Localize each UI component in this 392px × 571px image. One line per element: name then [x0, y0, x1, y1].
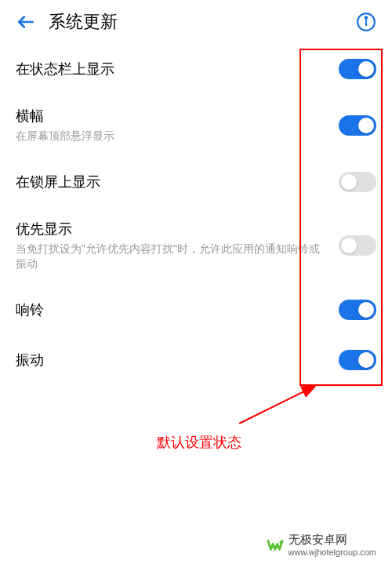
toggle-ring[interactable] — [339, 300, 376, 320]
annotation-default-state: 默认设置状态 — [157, 433, 241, 452]
watermark: 无极安卓网 www.wjhotelgroup.com — [267, 533, 377, 557]
svg-point-3 — [365, 16, 368, 19]
toggle-vibrate[interactable] — [339, 350, 376, 370]
svg-point-6 — [279, 540, 282, 544]
setting-label: 在锁屏上显示 — [16, 173, 323, 191]
watermark-logo-icon — [267, 536, 284, 554]
setting-label: 振动 — [16, 351, 323, 369]
header: 系统更新 — [0, 0, 392, 44]
svg-line-5 — [239, 391, 306, 424]
setting-desc: 在屏幕顶部悬浮显示 — [16, 129, 323, 144]
info-icon[interactable] — [356, 12, 376, 32]
back-icon[interactable] — [16, 12, 36, 32]
setting-label: 横幅 — [16, 107, 323, 125]
annotation-arrow-icon — [231, 384, 318, 431]
setting-item-ring: 响铃 — [0, 285, 392, 335]
setting-item-lockscreen: 在锁屏上显示 — [0, 157, 392, 207]
setting-item-banner: 横幅 在屏幕顶部悬浮显示 — [0, 94, 392, 157]
setting-label: 优先显示 — [16, 220, 323, 238]
setting-item-status-bar: 在状态栏上显示 — [0, 44, 392, 94]
toggle-priority[interactable] — [339, 235, 376, 256]
toggle-status-bar[interactable] — [339, 59, 376, 79]
setting-desc: 当免打扰设为"允许优先内容打扰"时，允许此应用的通知响铃或振动 — [16, 242, 323, 272]
setting-item-vibrate: 振动 — [0, 335, 392, 385]
settings-list: 在状态栏上显示 横幅 在屏幕顶部悬浮显示 在锁屏上显示 优先显示 当免打扰设为"… — [0, 44, 392, 385]
toggle-lockscreen[interactable] — [339, 172, 376, 192]
setting-item-priority: 优先显示 当免打扰设为"允许优先内容打扰"时，允许此应用的通知响铃或振动 — [0, 207, 392, 285]
setting-label: 在状态栏上显示 — [16, 60, 323, 78]
setting-label: 响铃 — [16, 300, 323, 319]
watermark-title: 无极安卓网 — [289, 533, 377, 547]
page-title: 系统更新 — [49, 10, 356, 34]
watermark-url: www.wjhotelgroup.com — [289, 547, 377, 557]
toggle-banner[interactable] — [339, 115, 376, 136]
